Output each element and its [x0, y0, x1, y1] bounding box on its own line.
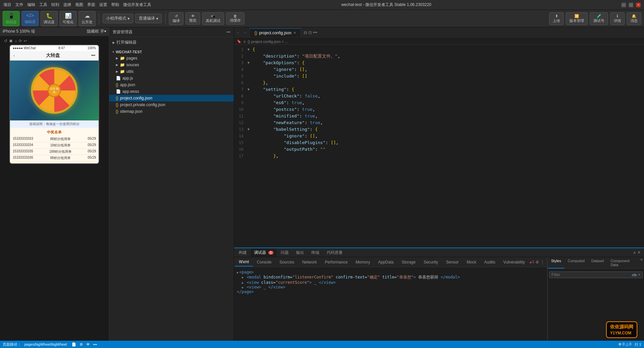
back-chevron-icon[interactable]: ‹ — [13, 53, 15, 58]
clean-button[interactable]: 🗑 清缓存 — [226, 12, 244, 25]
cloud-button[interactable]: ☁ 云开发 — [79, 11, 96, 26]
tab-terminal[interactable]: 终端 — [308, 249, 323, 257]
tab-code-quality[interactable]: 代码质量 — [323, 249, 346, 257]
tab-security[interactable]: Security — [420, 258, 442, 266]
code-icon: </> — [26, 13, 34, 19]
phone-stop-icon[interactable]: ⏹ — [9, 39, 13, 43]
status-more-icon[interactable]: ••• — [93, 342, 97, 346]
menu-select[interactable]: 选择 — [63, 2, 71, 8]
nav-more-icon[interactable]: ••• — [91, 53, 96, 58]
project-root-toggle[interactable]: ▾ WECHAT-TEST — [109, 49, 234, 55]
upload-button[interactable]: ⬆ 上传 — [549, 12, 564, 25]
file-project-config[interactable]: {} project.config.json — [109, 95, 234, 101]
menu-project[interactable]: 项目 — [3, 2, 11, 8]
file-sitemap[interactable]: {} sitemap.json — [109, 108, 234, 115]
preview-button[interactable]: 👁 预览 — [185, 12, 200, 25]
menu-ui[interactable]: 界面 — [87, 2, 95, 8]
component-data-tab[interactable]: Component Data — [607, 257, 641, 268]
tab-wxml[interactable]: Wxml — [235, 258, 253, 266]
phone-back-icon[interactable]: ↩ — [24, 39, 27, 43]
add-style-icon[interactable]: + — [638, 272, 640, 277]
test-button[interactable]: 🧪 测试号 — [590, 12, 608, 25]
tab-problems[interactable]: 问题 — [277, 249, 292, 257]
open-editor-toggle[interactable]: ▶ 打开编辑器 — [109, 39, 234, 46]
menu-wechat[interactable]: 微信开发者工具 — [123, 2, 151, 8]
styles-tab[interactable]: Styles — [548, 257, 564, 268]
bookmark-icon[interactable]: 🔖 — [237, 39, 241, 44]
tab-memory[interactable]: Memory — [352, 258, 374, 266]
menu-settings[interactable]: 设置 — [99, 2, 107, 8]
devtools-settings-icon[interactable]: ⚙ — [535, 260, 539, 264]
tab-output[interactable]: 输出 — [293, 249, 307, 257]
cls-button[interactable]: .cls — [631, 273, 637, 277]
folder-souces[interactable]: ▶ 📁 souces — [109, 62, 234, 68]
minimize-button[interactable]: ─ — [621, 3, 626, 7]
status-settings-icon[interactable]: ⚙ — [80, 342, 83, 347]
filter-input[interactable] — [551, 272, 629, 277]
panel-collapse-icon[interactable]: ∧ — [633, 250, 636, 255]
tab-mock[interactable]: Mock — [463, 258, 481, 266]
menu-edit[interactable]: 编辑 — [27, 2, 35, 8]
file-app-wxss[interactable]: 📄 app.wxss — [109, 88, 234, 95]
compile-button[interactable]: ↺ 编译 — [169, 12, 183, 25]
dataset-tab[interactable]: Dataset — [588, 257, 607, 268]
phone-home-icon[interactable]: ⌂ — [15, 39, 17, 43]
wxml-devtools: Wxml Console Sources Network Performance… — [234, 257, 547, 341]
menu-help[interactable]: 帮助 — [111, 2, 119, 8]
computed-tab[interactable]: Computed — [564, 257, 588, 268]
debug-button[interactable]: 🐛 调试器 — [41, 11, 58, 26]
wheel-center-button[interactable]: 点击 抽奖 — [48, 84, 61, 97]
editor-nav-back-icon[interactable]: ← — [236, 30, 240, 35]
sidebar-more-icon[interactable]: ••• — [226, 30, 231, 35]
file-project-private-config[interactable]: {} project.private.config.json — [109, 101, 234, 108]
tab-close-icon[interactable]: ✕ — [293, 31, 296, 35]
tab-debugger[interactable]: 调试器 5 — [251, 249, 277, 257]
close-button[interactable]: ✕ — [636, 3, 641, 7]
file-app-json[interactable]: {} app.json — [109, 82, 234, 88]
phone-nav-toggle[interactable]: 隐藏框 开▾ — [87, 29, 106, 34]
devtools-more-icon[interactable]: ⋮ — [540, 260, 544, 264]
mode-dropdown[interactable]: 小程序模式 ▾ — [103, 14, 133, 23]
tab-project-config[interactable]: {} project.config.json ✕ — [249, 28, 301, 37]
panel-close-icon[interactable]: ✕ — [637, 250, 641, 255]
code-line-8: 8 "urlCheck": false, — [234, 93, 644, 99]
sidebar-open-editor[interactable]: ▶ 打开编辑器 — [109, 37, 234, 48]
split-icon[interactable]: ≡ — [243, 40, 245, 44]
notify-button[interactable]: 🔔 消息 — [627, 12, 641, 25]
editor-nav-forward-icon[interactable]: → — [243, 30, 247, 35]
tab-build[interactable]: 构建 — [235, 249, 250, 257]
code-editor[interactable]: 1 ▼ { 2 "description": "项目配置文件。", 3 ▼ "p… — [234, 45, 644, 248]
tab-sensor[interactable]: Sensor — [442, 258, 463, 266]
detail-button[interactable]: ℹ 详情 — [610, 12, 625, 25]
version-button[interactable]: 🔀 版本管理 — [566, 12, 588, 25]
phone-rotate-icon[interactable]: ⟳ — [19, 39, 22, 43]
file-app-js[interactable]: 📄 app.js — [109, 75, 234, 82]
editor-split-icon[interactable]: ⊟ — [304, 30, 307, 35]
status-eye-icon[interactable]: 👁 — [86, 342, 90, 346]
menu-goto[interactable]: 转到 — [51, 2, 59, 8]
maximize-button[interactable]: □ — [629, 3, 633, 7]
status-file-icon[interactable]: 📄 — [72, 342, 76, 347]
tab-vulnerability[interactable]: Vulnerability — [499, 258, 529, 266]
tab-network[interactable]: Network — [298, 258, 321, 266]
phone-refresh-icon[interactable]: ↺ — [4, 39, 7, 43]
tab-audits[interactable]: Audits — [480, 258, 499, 266]
compile-dropdown[interactable]: 普通编译 ▾ — [135, 14, 162, 23]
real-debug-button[interactable]: 📲 真机调试 — [202, 12, 224, 25]
editor-fullscreen-icon[interactable]: ⊡ — [308, 30, 312, 35]
menu-view[interactable]: 视图 — [75, 2, 83, 8]
menu-file[interactable]: 文件 — [15, 2, 23, 8]
tab-console[interactable]: Console — [253, 258, 275, 266]
tab-storage[interactable]: Storage — [398, 258, 420, 266]
folder-utils[interactable]: ▶ 📁 utils — [109, 68, 234, 75]
simulate-button[interactable]: 📱 模拟器 — [3, 11, 20, 26]
menu-tool[interactable]: 工具 — [39, 2, 47, 8]
tab-performance[interactable]: Performance — [321, 258, 352, 266]
code-editor-button[interactable]: </> 编辑器 — [22, 11, 39, 26]
tab-appdata[interactable]: AppData — [374, 258, 398, 266]
tab-sources[interactable]: Sources — [275, 258, 298, 266]
folder-pages[interactable]: ▶ 📁 pages — [109, 55, 234, 62]
styles-panel-expand-icon[interactable]: » — [640, 257, 643, 262]
editor-more-icon[interactable]: ••• — [313, 30, 317, 35]
visual-button[interactable]: 📊 可视化 — [60, 11, 77, 26]
